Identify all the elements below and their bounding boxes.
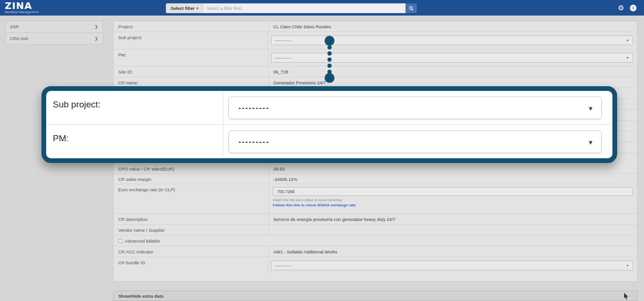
sidebar-item-label: CRIA tool	[10, 36, 28, 41]
search-icon	[408, 6, 414, 11]
field-label: Site ID:	[114, 66, 269, 77]
field-value: --------- ▼	[268, 257, 637, 275]
connector-dot	[327, 64, 332, 68]
advanced-billable-checkbox[interactable]	[118, 239, 122, 243]
info-icon-glyph: i	[633, 5, 634, 10]
form-row-vendor-name: Vendor name / Supplier	[114, 225, 637, 236]
filter-dropdown-label: Select filter	[171, 6, 195, 11]
select-value: ---------	[238, 138, 269, 146]
euro-helper-text: Insert the the euro value in local curre…	[273, 198, 633, 202]
form-row-cr-sales-margin: CR sales margin -24945.12%	[114, 174, 637, 184]
field-value: Insert the the euro value in local curre…	[269, 184, 637, 213]
field-value: CL Claro Chile Sitios Rurales	[269, 21, 637, 32]
field-value: --------- ▼	[268, 49, 637, 66]
chevron-down-icon: ▼	[626, 39, 629, 42]
info-icon[interactable]: i	[630, 5, 636, 11]
app-header: ZINA Workflow Management Select filter ▾…	[0, 0, 644, 16]
sidebar-item-cria-tool[interactable]: CRIA tool ❯	[5, 33, 103, 45]
logo-tagline: Workflow Management	[5, 10, 39, 14]
form-row-cr-bundle-id: CR bundle ID --------- ▼	[114, 257, 637, 275]
select-value: ---------	[238, 104, 269, 112]
field-label: Sub project:	[53, 99, 100, 110]
checkbox-label: Advanced billable	[125, 238, 160, 244]
app-logo[interactable]: ZINA Workflow Management	[5, 1, 39, 14]
gear-icon[interactable]: ⚙	[618, 4, 624, 11]
field-label: CR bundle ID	[114, 257, 268, 275]
select-value: ---------	[275, 263, 292, 268]
form-row-advanced-billable: Advanced billable	[114, 236, 637, 246]
chevron-down-icon: ▼	[626, 264, 629, 267]
search-input[interactable]	[203, 3, 406, 13]
global-search-bar: Select filter ▾	[166, 3, 417, 13]
field-value	[269, 225, 637, 235]
sub-project-select-zoomed[interactable]: --------- ▼	[228, 97, 602, 119]
pm-select-zoomed[interactable]: --------- ▼	[228, 130, 602, 153]
search-button[interactable]	[406, 3, 417, 13]
connector-dot	[327, 45, 332, 49]
field-label: PM:	[53, 133, 69, 144]
form-row-project: Project: CL Claro Chile Sitios Rurales	[114, 21, 637, 32]
euro-exchange-rate-input[interactable]	[273, 187, 633, 196]
form-row-sub-project: Sub project: --------- ▼	[114, 32, 637, 49]
field-value: AW1 - Sellable Additional Works	[269, 246, 637, 257]
show-hide-extra-data-bar[interactable]: Show/Hide extra data	[113, 291, 637, 301]
field-label: Vendor name / Supplier	[114, 225, 269, 235]
field-label: Euro exchange rate (in CLP)	[114, 184, 269, 213]
chevron-right-icon: ❯	[94, 36, 98, 41]
chevron-down-icon: ▼	[626, 57, 629, 59]
field-label: Project:	[114, 21, 269, 32]
select-value: ---------	[275, 56, 292, 60]
field-label: Sub project:	[114, 32, 268, 49]
pm-select[interactable]: --------- ▼	[271, 53, 633, 63]
filter-dropdown-button[interactable]: Select filter ▾	[166, 3, 203, 13]
sidebar-item-ssr[interactable]: SSR ❯	[5, 21, 103, 33]
header-icon-group: ⚙ i	[618, 4, 636, 11]
cr-bundle-id-select[interactable]: --------- ▼	[271, 260, 633, 270]
field-value: -24945.12%	[269, 174, 637, 184]
connector-dot	[327, 57, 332, 62]
connector-dot-large	[325, 73, 334, 83]
caret-down-icon: ▾	[196, 7, 198, 10]
overlay-row-pm: PM: --------- ▼	[46, 124, 612, 158]
field-label: CR ACC indicator	[114, 246, 269, 257]
form-row-cr-description: CR description Servicio de energía provi…	[114, 214, 637, 225]
field-value: 29.63	[269, 163, 637, 173]
field-label: PM:	[114, 49, 268, 66]
select-value: ---------	[275, 38, 292, 43]
field-value: --------- ▼	[268, 32, 637, 49]
nokia-exchange-rate-link[interactable]: Follow this link to check NOKIA exchange…	[273, 203, 633, 207]
connector-dot	[327, 51, 332, 56]
mouse-cursor-icon	[624, 293, 629, 300]
sidebar-item-label: SSR	[10, 24, 19, 29]
chevron-down-icon: ▼	[587, 105, 594, 112]
field-value: Servicio de energía provisoria con gener…	[269, 214, 637, 224]
field-label: CPO value / CR sales(EUR)	[114, 163, 269, 173]
logo-text: ZINA	[5, 1, 39, 10]
form-row-cpo-value: CPO value / CR sales(EUR) 29.63	[114, 163, 637, 174]
form-row-pm: PM: --------- ▼	[114, 49, 637, 66]
field-label: CR description	[114, 214, 269, 224]
zoom-callout-overlay: Sub project: --------- ▼ PM: --------- ▼	[41, 86, 617, 163]
show-hide-extra-data-label: Show/Hide extra data	[118, 293, 163, 299]
field-value: 09_728	[269, 66, 637, 77]
chevron-right-icon: ❯	[94, 24, 98, 29]
overlay-row-sub-project: Sub project: --------- ▼	[46, 91, 612, 124]
form-row-euro-exchange-rate: Euro exchange rate (in CLP) Insert the t…	[114, 184, 637, 214]
panel-bottom-padding	[114, 275, 637, 281]
connector-dot-large	[325, 36, 334, 46]
field-label: CR sales margin	[114, 174, 269, 184]
form-row-cr-acc-indicator: CR ACC indicator AW1 - Sellable Addition…	[114, 246, 637, 257]
chevron-down-icon: ▼	[587, 139, 594, 146]
form-row-site-id: Site ID: 09_728	[114, 66, 637, 77]
